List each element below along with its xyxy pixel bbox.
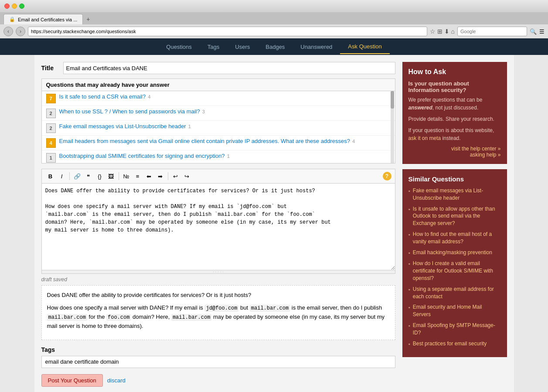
preview-code-4: foo.com bbox=[106, 314, 131, 321]
question-link[interactable]: Bootstrapping dual SMIME certificates fo… bbox=[59, 153, 225, 159]
discard-button[interactable]: discard bbox=[107, 377, 126, 384]
nav-ask-question[interactable]: Ask Question bbox=[340, 40, 389, 54]
minimize-button[interactable] bbox=[12, 3, 17, 9]
blockquote-button[interactable]: ❝ bbox=[83, 171, 94, 181]
italic-button[interactable]: I bbox=[57, 171, 67, 181]
similar-questions-box: Questions that may already have your ans… bbox=[41, 78, 395, 164]
meta-link[interactable]: ask it on meta bbox=[408, 135, 441, 141]
how-to-ask-para2: Provide details. Share your research. bbox=[408, 115, 501, 123]
unordered-list-button[interactable]: ≡ bbox=[133, 171, 143, 181]
preview-code-5: mail.bar.com bbox=[171, 314, 211, 321]
similar-link[interactable]: How to find out the email host of a vani… bbox=[413, 231, 501, 245]
how-to-ask-subtitle: Is your question about Information secur… bbox=[408, 80, 501, 93]
similar-link[interactable]: Email Spoofing by SMTP Message-ID? bbox=[413, 322, 501, 337]
similar-link[interactable]: Best practices for email security bbox=[413, 340, 487, 348]
site-header: Questions Tags Users Badges Unanswered A… bbox=[0, 38, 548, 55]
how-to-ask-para1: We prefer questions that can be answered… bbox=[408, 96, 501, 112]
browser-icons: ☆ ⊞ ⬇ ⌂ bbox=[430, 28, 455, 35]
title-label: Title bbox=[41, 65, 59, 72]
menu-icon[interactable]: ☰ bbox=[539, 28, 545, 35]
vote-badge: 2 bbox=[46, 123, 56, 133]
main-container: Title Questions that may already have yo… bbox=[34, 55, 514, 392]
tags-input[interactable] bbox=[41, 356, 395, 368]
similar-link[interactable]: Fake email messages via List-Unsubscribe… bbox=[413, 187, 501, 202]
question-link[interactable]: When to use SSL ? / When to send passwor… bbox=[59, 108, 200, 115]
home-icon[interactable]: ⌂ bbox=[451, 28, 455, 35]
star-icon[interactable]: ☆ bbox=[430, 28, 436, 35]
outdent-button[interactable]: ➡ bbox=[155, 171, 166, 181]
undo-button[interactable]: ↩ bbox=[170, 171, 181, 181]
preview-line2: How does one specify a mail server with … bbox=[47, 303, 390, 331]
nav-badges[interactable]: Badges bbox=[258, 40, 293, 54]
question-link[interactable]: Is it safe to send a CSR via email? bbox=[59, 93, 146, 100]
list-item: 1 Bootstrapping dual SMIME certificates … bbox=[42, 150, 395, 163]
question-link[interactable]: Fake email messages via List-Unsubscribe… bbox=[59, 123, 186, 130]
new-tab-button[interactable]: + bbox=[83, 14, 93, 24]
similar-link[interactable]: Email hacking/masking prevention bbox=[413, 249, 492, 256]
similar-link[interactable]: Email security and Home Mail Servers bbox=[413, 303, 501, 318]
similar-link[interactable]: How do I create a valid email certificat… bbox=[413, 260, 501, 282]
back-button[interactable]: ‹ bbox=[3, 27, 13, 36]
similar-sidebar-title: Similar Questions bbox=[408, 175, 501, 183]
vote-badge: 4 bbox=[46, 138, 56, 148]
search-icon[interactable]: 🔍 bbox=[530, 28, 537, 35]
content-area: Title Questions that may already have yo… bbox=[41, 62, 395, 387]
scroll-thumb[interactable] bbox=[391, 91, 394, 109]
list-item: 4 Email headers from messages sent via G… bbox=[42, 136, 395, 150]
browser-tab[interactable]: 🔒 Email and Certificates via ... bbox=[3, 14, 83, 24]
similar-link[interactable]: Using a separate email address for each … bbox=[413, 286, 501, 300]
url-input[interactable] bbox=[28, 27, 427, 36]
list-item: Using a separate email address for each … bbox=[408, 286, 501, 300]
reader-icon[interactable]: ⊞ bbox=[437, 28, 442, 35]
browser-titlebar bbox=[0, 0, 548, 12]
question-list: 7 Is it safe to send a CSR via email? 4 … bbox=[42, 91, 395, 163]
asking-help-link[interactable]: asking help » bbox=[408, 152, 501, 158]
preview-code-2: mail.bar.com bbox=[250, 305, 290, 312]
vote-badge: 2 bbox=[46, 109, 56, 118]
list-item: Is it unsafe to allow apps other than Ou… bbox=[408, 205, 501, 227]
similar-link[interactable]: Is it unsafe to allow apps other than Ou… bbox=[413, 205, 501, 227]
similar-sidebar-list: Fake email messages via List-Unsubscribe… bbox=[408, 187, 501, 348]
nav-users[interactable]: Users bbox=[227, 40, 258, 54]
list-item: 2 When to use SSL ? / When to send passw… bbox=[42, 106, 395, 121]
maximize-button[interactable] bbox=[19, 3, 24, 9]
link-button[interactable]: 🔗 bbox=[72, 171, 82, 181]
post-question-button[interactable]: Post Your Question bbox=[41, 374, 103, 387]
preview-area: Does DANE offer the ability to provide c… bbox=[41, 285, 395, 340]
browser-chrome: 🔒 Email and Certificates via ... + ‹ › ☆… bbox=[0, 0, 548, 38]
action-buttons: Post Your Question discard bbox=[41, 374, 395, 387]
resize-handle[interactable]: · · · · · bbox=[41, 270, 395, 274]
editor-textarea[interactable]: Does DANE offer the ability to provide c… bbox=[41, 183, 395, 270]
forward-button[interactable]: › bbox=[16, 27, 25, 36]
image-button[interactable]: 🖼 bbox=[106, 171, 116, 181]
title-input[interactable] bbox=[63, 62, 395, 74]
indent-button[interactable]: ⬅ bbox=[144, 171, 154, 181]
address-bar: ‹ › ☆ ⊞ ⬇ ⌂ 🔍 ☰ bbox=[0, 24, 548, 38]
scroll-indicator bbox=[391, 91, 394, 163]
browser-search-input[interactable] bbox=[457, 27, 527, 36]
code-button[interactable]: {} bbox=[95, 171, 105, 181]
help-button[interactable]: ? bbox=[383, 172, 391, 181]
tab-bar: 🔒 Email and Certificates via ... + bbox=[0, 12, 548, 24]
bold-button[interactable]: B bbox=[45, 171, 56, 181]
nav-tags[interactable]: Tags bbox=[200, 40, 227, 54]
title-row: Title bbox=[41, 62, 395, 74]
list-item: 2 Fake email messages via List-Unsubscri… bbox=[42, 121, 395, 136]
ordered-list-button[interactable]: № bbox=[121, 171, 132, 181]
list-item: Email hacking/masking prevention bbox=[408, 249, 501, 257]
similar-questions-sidebar: Similar Questions Fake email messages vi… bbox=[402, 169, 507, 357]
toolbar-separator bbox=[119, 172, 119, 180]
download-icon[interactable]: ⬇ bbox=[444, 28, 449, 35]
tags-label: Tags bbox=[41, 346, 395, 353]
nav-questions[interactable]: Questions bbox=[158, 40, 200, 54]
close-button[interactable] bbox=[4, 3, 10, 9]
how-to-ask-box: How to Ask Is your question about Inform… bbox=[402, 62, 507, 164]
redo-button[interactable]: ↪ bbox=[182, 171, 192, 181]
nav-unanswered[interactable]: Unanswered bbox=[293, 40, 340, 54]
toolbar-separator bbox=[69, 172, 70, 180]
preview-line1: Does DANE offer the ability to provide c… bbox=[47, 291, 390, 300]
list-item: Email security and Home Mail Servers bbox=[408, 303, 501, 318]
list-item: 7 Is it safe to send a CSR via email? 4 bbox=[42, 91, 395, 106]
question-link[interactable]: Email headers from messages sent via Gma… bbox=[59, 138, 350, 144]
help-center-link[interactable]: visit the help center » bbox=[408, 146, 501, 152]
